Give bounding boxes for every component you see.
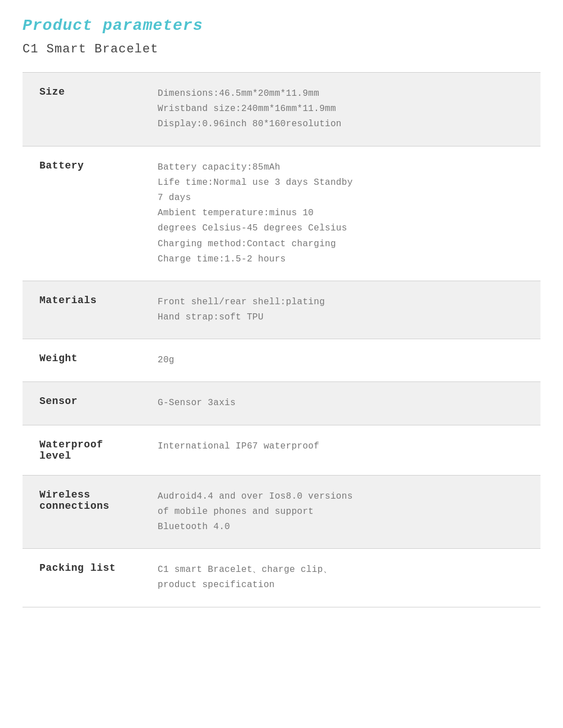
spec-label: Battery <box>23 146 146 281</box>
product-name: C1 Smart Bracelet <box>23 42 540 56</box>
spec-label: Weight <box>23 339 146 382</box>
table-row: MaterialsFront shell/rear shell:plating … <box>23 281 540 339</box>
table-row: Weight20g <box>23 339 540 382</box>
spec-value: G-Sensor 3axis <box>146 382 540 425</box>
spec-value: Front shell/rear shell:plating Hand stra… <box>146 281 540 339</box>
table-row: SensorG-Sensor 3axis <box>23 382 540 425</box>
spec-value: International IP67 waterproof <box>146 425 540 475</box>
spec-label: Size <box>23 73 146 147</box>
spec-label: Packing list <box>23 549 146 607</box>
spec-value: Battery capacity:85mAh Life time:Normal … <box>146 146 540 281</box>
table-row: BatteryBattery capacity:85mAh Life time:… <box>23 146 540 281</box>
table-row: Waterproof levelInternational IP67 water… <box>23 425 540 475</box>
page-title: Product parameters <box>23 17 540 34</box>
spec-label: Materials <box>23 281 146 339</box>
spec-label: Sensor <box>23 382 146 425</box>
specs-table: SizeDimensions:46.5mm*20mm*11.9mm Wristb… <box>23 72 540 607</box>
spec-value: Dimensions:46.5mm*20mm*11.9mm Wristband … <box>146 73 540 147</box>
table-row: Packing listC1 smart Bracelet、charge cli… <box>23 549 540 607</box>
table-row: Wireless connectionsAudroid4.4 and over … <box>23 475 540 549</box>
spec-value: C1 smart Bracelet、charge clip、 product s… <box>146 549 540 607</box>
spec-label: Wireless connections <box>23 475 146 549</box>
spec-value: Audroid4.4 and over Ios8.0 versions of m… <box>146 475 540 549</box>
spec-value: 20g <box>146 339 540 382</box>
spec-label: Waterproof level <box>23 425 146 475</box>
table-row: SizeDimensions:46.5mm*20mm*11.9mm Wristb… <box>23 73 540 147</box>
